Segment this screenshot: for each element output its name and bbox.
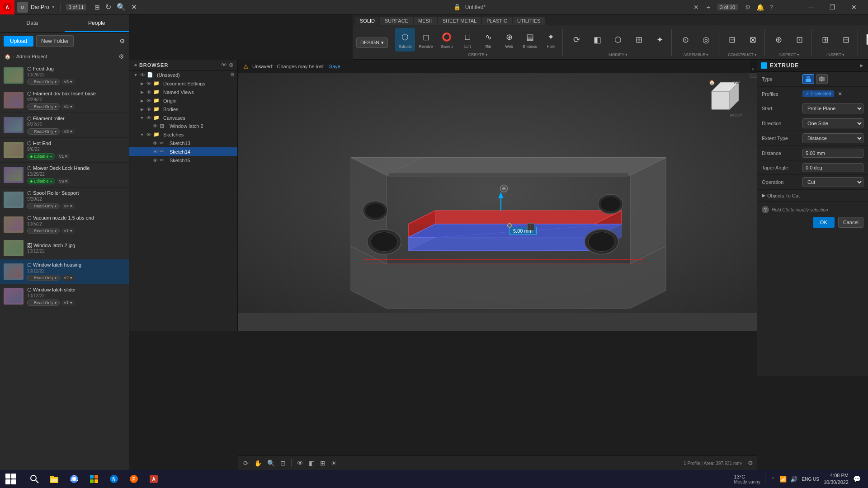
doc-settings-icon[interactable]: ⚙ — [230, 72, 235, 78]
browser-eye-icon[interactable]: 👁 — [221, 61, 227, 68]
file-item[interactable]: 🖼 Window latch 2.jpg10/12/22 — [0, 237, 129, 259]
objects-to-cut-section[interactable]: ▶ Objects To Cut — [757, 190, 868, 202]
file-item[interactable]: ⬡ Window latch housing10/12/22Read-Only▾… — [0, 259, 129, 284]
language-display[interactable]: ENG US — [802, 476, 819, 482]
time-display[interactable]: 4:08 PM 10/30/2022 — [824, 472, 849, 486]
type-btn-2[interactable] — [816, 74, 828, 84]
taskbar-app-4[interactable] — [85, 471, 103, 487]
maximize-button[interactable]: ❐ — [822, 0, 843, 14]
visibility-icon[interactable]: 👁 — [153, 123, 158, 129]
collapse-arrow[interactable]: ◄ — [133, 62, 137, 67]
tree-item[interactable]: ▼👁📄(Unsaved)⚙ — [129, 70, 237, 79]
environment-settings[interactable]: ☀ — [329, 459, 339, 468]
taper-input[interactable] — [802, 163, 863, 172]
fit-tool[interactable]: ⊡ — [278, 459, 288, 468]
tree-item[interactable]: ▼👁📁Canvases — [129, 113, 237, 122]
close-icon[interactable]: ✕ — [129, 2, 139, 12]
file-tag[interactable]: Editable▾ — [27, 153, 55, 160]
tab-utilities[interactable]: UTILITIES — [513, 17, 545, 25]
tab-people[interactable]: People — [65, 14, 129, 32]
tray-expand-icon[interactable]: ^ — [770, 477, 776, 482]
display-settings[interactable]: ◧ — [307, 459, 316, 468]
visibility-icon[interactable]: 👁 — [146, 107, 151, 112]
cancel-button[interactable]: Cancel — [838, 217, 863, 228]
tree-item[interactable]: ▶👁📁Named Views — [129, 88, 237, 96]
tree-item[interactable]: ▶👁📁Origin — [129, 96, 237, 105]
file-version[interactable]: V6 ▾ — [57, 178, 70, 184]
chamfer-tool[interactable]: ◧ — [587, 28, 607, 52]
tab-solid[interactable]: SOLID — [355, 17, 379, 25]
dim-grip[interactable] — [507, 223, 512, 228]
visibility-icon[interactable]: 👁 — [146, 89, 151, 95]
tree-item[interactable]: 👁🖼Window latch 2 — [129, 122, 237, 130]
visibility-icon[interactable]: 👁 — [146, 81, 151, 86]
home-icon[interactable]: 🏠 — [5, 54, 11, 60]
start-button[interactable] — [0, 470, 22, 488]
viewcube-box[interactable]: TOP FRONT — [707, 82, 743, 118]
tree-item[interactable]: 👁✏Sketch13 — [129, 139, 237, 147]
browser-expand-icon[interactable]: ⊕ — [229, 61, 234, 68]
sweep-tool[interactable]: ⭕Sweep — [437, 28, 457, 52]
file-tag[interactable]: Read-Only▾ — [27, 228, 60, 234]
tab-data[interactable]: Data — [0, 14, 65, 32]
operation-select[interactable]: Cut — [802, 177, 863, 187]
volume-icon[interactable]: 🔊 — [790, 476, 797, 483]
file-version[interactable]: V3 ▾ — [61, 129, 75, 134]
tree-item[interactable]: ▶👁📁Document Settings — [129, 79, 237, 88]
visibility-icon[interactable]: 👁 — [153, 141, 158, 146]
file-item[interactable]: ⬡ Window latch slider10/12/22Read-Only▾V… — [0, 284, 129, 309]
ok-button[interactable]: OK — [813, 217, 835, 228]
settings-icon[interactable]: ⚙ — [745, 4, 751, 11]
midplane-tool[interactable]: ⊠ — [743, 28, 763, 52]
file-tag[interactable]: Read-Only▾ — [27, 275, 60, 281]
visibility-icon[interactable]: 👁 — [146, 115, 151, 121]
file-version[interactable]: V1 ▾ — [61, 300, 75, 305]
orbit-tool[interactable]: ⟳ — [241, 459, 250, 468]
win2-expand-icon[interactable]: + — [706, 4, 710, 11]
file-version[interactable]: V1 ▾ — [61, 228, 75, 234]
grid-view-icon[interactable]: ⊞ — [93, 3, 102, 12]
file-item[interactable]: ⬡ Mower Deck Lock Handle10/29/22Editable… — [0, 163, 129, 188]
file-tag[interactable]: Read-Only▾ — [27, 128, 60, 135]
loft-tool[interactable]: □Loft — [458, 28, 477, 52]
new-component-tool[interactable]: ⊙ — [675, 28, 695, 52]
extent-type-select[interactable]: Distance — [802, 133, 863, 143]
file-version[interactable]: V4 ▾ — [61, 203, 75, 209]
tree-item[interactable]: ▶👁📁Bodies — [129, 105, 237, 113]
file-tag[interactable]: Read-Only▾ — [27, 79, 60, 85]
zoom-tool[interactable]: 🔍 — [265, 459, 277, 468]
project-name[interactable]: Admin Project — [16, 54, 47, 59]
tree-item[interactable]: 👁✏Sketch15 — [129, 156, 237, 164]
user-dropdown-icon[interactable]: ▾ — [52, 4, 55, 10]
project-settings-icon[interactable]: ⚙ — [118, 53, 124, 60]
analysis-tool[interactable]: ⊡ — [789, 28, 809, 52]
combine-tool[interactable]: ✦ — [650, 28, 670, 52]
notification-bell-icon[interactable]: 💬 — [853, 475, 861, 483]
view-settings[interactable]: 👁 — [295, 459, 305, 468]
save-button[interactable]: Save — [329, 64, 340, 69]
tree-item[interactable]: 👁✏Sketch14 — [129, 147, 237, 156]
network-icon[interactable]: 📶 — [779, 476, 787, 483]
fillet-tool[interactable]: ⟳ — [566, 28, 586, 52]
model-area[interactable]: 5.00 mm ⋮ TOP FRONT 🏠 — [238, 73, 757, 313]
taskbar-file-explorer[interactable] — [45, 471, 63, 487]
direction-select[interactable]: One Side — [802, 118, 863, 128]
rib-tool[interactable]: ∿Rib — [478, 28, 498, 52]
design-dropdown[interactable]: DESIGN ▾ — [356, 38, 388, 48]
clear-profiles-icon[interactable]: ✕ — [838, 91, 842, 97]
decal-tool[interactable]: ⊟ — [836, 28, 856, 52]
offset-plane-tool[interactable]: ⊟ — [722, 28, 742, 52]
search-icon[interactable]: 🔍 — [115, 2, 127, 12]
tab-plastic[interactable]: PLASTIC — [482, 17, 512, 25]
start-select[interactable]: Profile Plane — [802, 103, 863, 113]
close-button[interactable]: ✕ — [844, 0, 864, 14]
insert-canvas-tool[interactable]: ⊞ — [815, 28, 835, 52]
web-tool[interactable]: ⊕Web — [499, 28, 519, 52]
file-version[interactable]: V4 ▾ — [61, 104, 75, 109]
visibility-icon[interactable]: 👁 — [153, 158, 158, 163]
taskbar-search[interactable] — [25, 471, 43, 487]
home-view-icon[interactable]: 🏠 — [709, 80, 715, 85]
extrude-tool[interactable]: ⬡Extrude — [395, 28, 415, 52]
file-tag[interactable]: Read-Only▾ — [27, 103, 60, 110]
grid-settings[interactable]: ⊞ — [318, 459, 327, 468]
